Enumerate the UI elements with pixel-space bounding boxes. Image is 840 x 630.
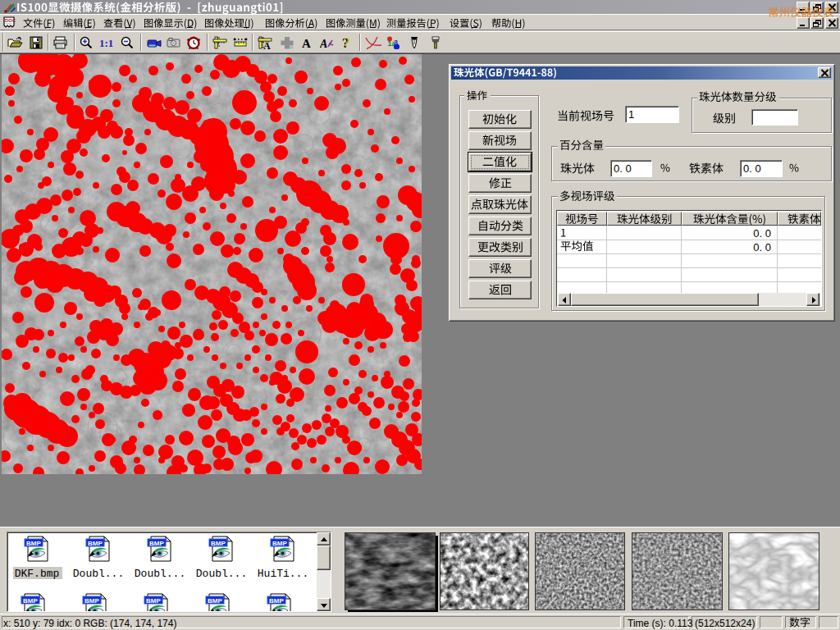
svg-text:BMP: BMP xyxy=(84,597,99,605)
svg-text:A: A xyxy=(302,37,311,49)
svg-text:DOC: DOC xyxy=(5,18,16,23)
svg-text:BMP: BMP xyxy=(23,597,38,605)
svg-text:BMP: BMP xyxy=(272,540,287,547)
svg-text:BMP: BMP xyxy=(26,540,41,547)
svg-text:BMP: BMP xyxy=(208,597,222,605)
svg-text:BMP: BMP xyxy=(146,597,161,605)
svg-text:A: A xyxy=(320,38,327,49)
svg-text:?: ? xyxy=(344,36,351,49)
svg-text:BMP: BMP xyxy=(149,540,164,547)
svg-text:1:1: 1:1 xyxy=(99,37,113,49)
svg-text:BMP: BMP xyxy=(211,540,226,547)
svg-text:BMP: BMP xyxy=(269,597,284,605)
svg-text:A: A xyxy=(263,40,271,50)
svg-text:BMP: BMP xyxy=(88,540,103,547)
